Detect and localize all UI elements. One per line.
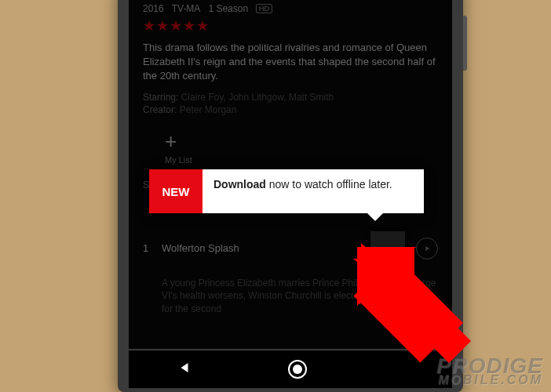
starring-value: Claire Foy, John Lithgow, Matt Smith [181, 92, 334, 103]
show-credits: Starring: Claire Foy, John Lithgow, Matt… [143, 92, 438, 115]
download-button[interactable] [370, 231, 405, 266]
play-icon [423, 245, 431, 252]
plus-icon: + [165, 129, 212, 154]
my-list-label: My List [165, 155, 212, 165]
nav-home-button[interactable] [288, 360, 307, 379]
android-navbar [129, 350, 452, 388]
creator-value: Peter Morgan [180, 104, 237, 115]
show-description: This drama follows the political rivalri… [143, 41, 438, 84]
creator-label: Creator: [143, 104, 177, 115]
episode-number: 1 [143, 242, 151, 254]
show-seasons: 1 Season [208, 3, 248, 14]
app-screen: The Crown 2016 TV-MA 1 Season HD ★★★★★ T… [129, 0, 452, 349]
show-year: 2016 [143, 3, 164, 14]
play-button[interactable] [416, 238, 438, 260]
back-triangle-icon [177, 361, 192, 375]
tooltip-bold: Download [213, 178, 266, 191]
hd-badge: HD [256, 4, 272, 13]
star-rating[interactable]: ★★★★★ [143, 17, 438, 34]
my-list-button[interactable]: + My List [165, 129, 212, 165]
tooltip-tail-icon [367, 213, 383, 221]
tooltip-body: Download now to watch offline later. [203, 169, 424, 213]
show-meta: 2016 TV-MA 1 Season HD [143, 3, 438, 14]
phone-frame: The Crown 2016 TV-MA 1 Season HD ★★★★★ T… [118, 0, 463, 392]
nav-back-button[interactable] [177, 361, 192, 378]
episode-title: Wolferton Splash [162, 242, 359, 254]
tooltip-rest: now to watch offline later. [266, 178, 392, 191]
download-icon [381, 241, 395, 256]
new-badge: NEW [149, 169, 203, 213]
episode-description: A young Princess Elizabeth marries Princ… [143, 277, 438, 316]
starring-label: Starring: [143, 92, 178, 103]
phone-side-button [463, 16, 467, 71]
download-tooltip: NEW Download now to watch offline later. [149, 169, 424, 213]
show-rating: TV-MA [172, 3, 201, 14]
episode-row[interactable]: 1 Wolferton Splash [143, 231, 438, 266]
